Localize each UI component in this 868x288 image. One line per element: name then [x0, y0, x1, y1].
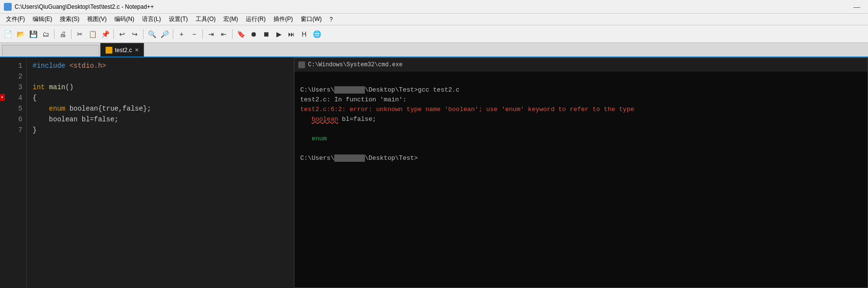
copy-button[interactable]: 📋: [87, 28, 98, 40]
app-icon: [4, 3, 12, 11]
redo-button[interactable]: ↪: [129, 28, 141, 40]
separator-6: [202, 29, 203, 39]
zoom-out-button[interactable]: −: [188, 28, 200, 40]
menu-macro[interactable]: 宏(M): [219, 14, 242, 24]
minimize-button[interactable]: —: [850, 3, 864, 11]
separator-2: [71, 29, 72, 39]
tab-close-button[interactable]: ✕: [135, 47, 139, 53]
bookmark-button[interactable]: 🔖: [235, 28, 247, 40]
menu-window[interactable]: 窗口(W): [297, 14, 326, 24]
macro-save-button[interactable]: H: [298, 28, 310, 40]
separator-5: [173, 29, 173, 39]
cut-button[interactable]: ✂: [74, 28, 86, 40]
cmd-line-3: test2.c:6:2: error: unknown type name 'b…: [300, 106, 634, 113]
cmd-output: C:\Users\████████\Desktop\Test>gcc test2…: [294, 72, 868, 288]
cmd-line-2: test2.c: In function 'main':: [300, 96, 406, 103]
title-bar: C:\Users\QiuGuang\Desktop\Test\test2.c -…: [0, 0, 868, 14]
menu-search[interactable]: 搜索(S): [56, 14, 83, 24]
paste-button[interactable]: 📌: [99, 28, 111, 40]
cmd-line-6: enum: [300, 135, 327, 142]
line-num-4: ▸ 4: [0, 93, 26, 103]
macro-next-button[interactable]: ⏭: [286, 28, 297, 40]
error-marker: ▸: [0, 94, 5, 101]
title-text: C:\Users\QiuGuang\Desktop\Test\test2.c -…: [15, 3, 154, 10]
new-button[interactable]: 📄: [2, 28, 14, 40]
cmd-title-text: C:\Windows\System32\cmd.exe: [308, 59, 402, 70]
save-button[interactable]: 💾: [27, 28, 39, 40]
cmd-line-1: C:\Users\████████\Desktop\Test>gcc test2…: [300, 86, 460, 94]
tab-label: test2.c: [115, 47, 132, 54]
menu-bar: 文件(F) 编辑(E) 搜索(S) 视图(V) 编码(N) 语言(L) 设置(T…: [0, 14, 868, 25]
menu-settings[interactable]: 设置(T): [165, 14, 192, 24]
code-editor[interactable]: #include <stdio.h> int main() { enum boo…: [27, 58, 868, 288]
tab-file-icon: [106, 47, 112, 54]
cmd-window: C:\Windows\System32\cmd.exe C:\Users\███…: [294, 58, 868, 288]
print-button[interactable]: 🖨: [57, 28, 69, 40]
menu-tools[interactable]: 工具(O): [192, 14, 219, 24]
separator-3: [113, 29, 114, 39]
line-num-2: 2: [0, 71, 26, 82]
menu-language[interactable]: 语言(L): [138, 14, 165, 24]
line-num-1: 1: [0, 60, 26, 71]
menu-run[interactable]: 运行(R): [242, 14, 270, 24]
indent-button[interactable]: ⇥: [205, 28, 217, 40]
save-all-button[interactable]: 🗂: [40, 28, 52, 40]
browser-button[interactable]: 🌐: [311, 28, 323, 40]
menu-plugins[interactable]: 插件(P): [270, 14, 297, 24]
menu-help[interactable]: ?: [326, 15, 337, 24]
tab-empty[interactable]: [2, 45, 99, 57]
unindent-button[interactable]: ⇤: [218, 28, 230, 40]
separator-1: [54, 29, 54, 39]
line-num-5: 5: [0, 103, 26, 114]
tab-test2c[interactable]: test2.c ✕: [100, 43, 144, 57]
line-num-6: 6: [0, 114, 26, 125]
menu-edit[interactable]: 编辑(E): [29, 14, 56, 24]
menu-encoding[interactable]: 编码(N): [110, 14, 138, 24]
undo-button[interactable]: ↩: [116, 28, 128, 40]
line-num-7: 7: [0, 125, 26, 135]
menu-view[interactable]: 视图(V): [83, 14, 110, 24]
tab-bar: test2.c ✕: [0, 43, 868, 58]
line-num-3: 3: [0, 82, 26, 93]
find-button[interactable]: 🔍: [146, 28, 158, 40]
macro-stop-button[interactable]: ⏹: [260, 28, 272, 40]
macro-play-button[interactable]: ▶: [273, 28, 285, 40]
line-numbers: 1 2 3 ▸ 4 5 6 7: [0, 58, 27, 288]
macro-record-button[interactable]: ⏺: [248, 28, 259, 40]
menu-file[interactable]: 文件(F): [2, 14, 29, 24]
zoom-in-button[interactable]: +: [176, 28, 187, 40]
cmd-line-8: C:\Users\████████\Desktop\Test>: [300, 154, 418, 162]
cmd-icon: [298, 61, 305, 68]
toolbar: 📄 📂 💾 🗂 🖨 ✂ 📋 📌 ↩ ↪ 🔍 🔎 + − ⇥ ⇤ 🔖 ⏺ ⏹ ▶ …: [0, 25, 868, 43]
open-button[interactable]: 📂: [15, 28, 26, 40]
separator-7: [232, 29, 233, 39]
cmd-line-4: boolean bl=false;: [300, 115, 376, 123]
cmd-title-bar: C:\Windows\System32\cmd.exe: [294, 58, 868, 72]
separator-4: [143, 29, 144, 39]
main-area: 1 2 3 ▸ 4 5 6 7 #include <stdio.h> int m…: [0, 58, 868, 288]
replace-button[interactable]: 🔎: [159, 28, 170, 40]
